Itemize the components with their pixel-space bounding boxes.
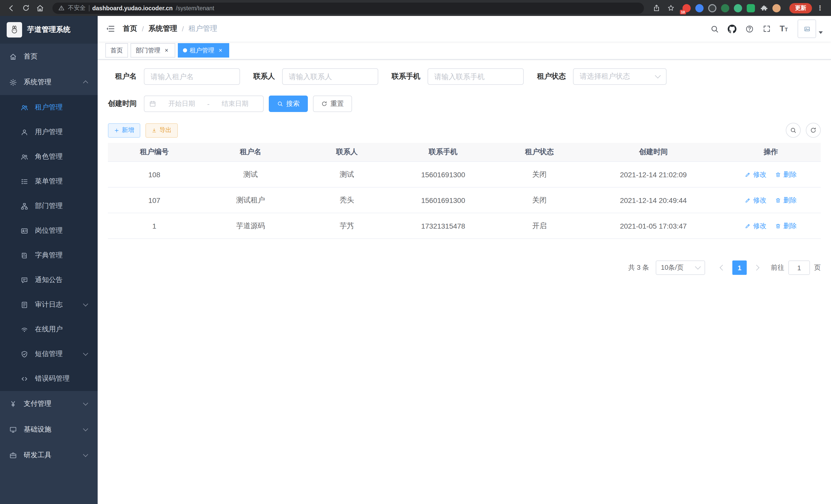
goto-page-input[interactable] [789,261,810,275]
help-icon[interactable] [745,24,754,33]
header-actions: T T [710,20,823,38]
cell-tenant-id: 108 [108,161,201,187]
tab-dept-management[interactable]: 部门管理 × [131,43,175,58]
next-page-button[interactable] [749,261,764,275]
reload-icon[interactable] [20,2,32,14]
edit-link[interactable]: 修改 [745,170,767,179]
toolbar-right [786,123,821,138]
export-button[interactable]: 导出 [145,123,178,138]
avatar[interactable] [798,20,823,38]
extension-icon-2[interactable] [695,4,704,12]
warning-icon [58,5,65,11]
sidebar-menu: 首页 系统管理 租户管理 用户管理 角色管理 [0,44,98,504]
delete-link[interactable]: 删除 [775,221,797,230]
sidebar-item-sms-management[interactable]: 短信管理 [0,342,98,366]
sidebar-logo[interactable]: 芋道管理系统 [0,16,98,44]
toggle-search-button[interactable] [786,123,801,138]
home-icon[interactable] [34,2,46,14]
browser-chrome: 不安全 dashboard.yudao.iocoder.cn /system/t… [0,0,831,16]
sidebar-item-menu-management[interactable]: 菜单管理 [0,169,98,194]
sidebar-item-home[interactable]: 首页 [0,44,98,69]
sidebar-item-infrastructure[interactable]: 基础设施 [0,417,98,442]
puzzle-extensions-icon[interactable] [760,4,768,12]
sidebar-item-online-users[interactable]: 在线用户 [0,317,98,342]
delete-link[interactable]: 删除 [775,170,797,179]
edit-link[interactable]: 修改 [745,196,767,205]
tenant-name-input[interactable] [144,68,240,85]
edit-link[interactable]: 修改 [745,221,767,230]
sidebar-item-label: 研发工具 [24,451,51,460]
chat-extension-icon[interactable] [747,4,755,12]
vue-devtools-icon[interactable] [734,4,742,12]
breadcrumb-system-management[interactable]: 系统管理 [148,24,177,33]
sidebar-item-post-management[interactable]: 岗位管理 [0,218,98,243]
sidebar-item-dev-tools[interactable]: 研发工具 [0,442,98,468]
sidebar-item-audit-log[interactable]: 审计日志 [0,292,98,317]
search-button[interactable]: 搜索 [269,95,308,112]
audit-log-doc-icon [21,301,28,308]
breadcrumb-home[interactable]: 首页 [123,24,137,33]
search-icon[interactable] [710,24,719,33]
tenant-status-select[interactable]: 请选择租户状态 [573,68,666,85]
sidebar-item-label: 字典管理 [35,251,63,260]
column-header-contact: 联系人 [300,143,393,161]
end-date-placeholder[interactable]: 结束日期 [212,99,258,109]
bookmark-star-icon[interactable] [664,2,677,14]
dictionary-book-icon [21,251,28,259]
extension-icon-1[interactable]: 10 [683,4,691,12]
share-icon[interactable] [650,2,662,14]
cell-tenant-name: 测试租户 [201,187,300,213]
tab-home[interactable]: 首页 [105,43,128,58]
close-icon[interactable]: × [217,47,224,54]
sidebar-toggle-icon[interactable] [106,24,115,33]
update-button[interactable]: 更新 [790,3,812,13]
chevron-up-icon [83,80,88,86]
table-row: 108 测试 测试 15601691300 关闭 2021-12-14 21:0… [108,161,821,187]
security-label[interactable]: 不安全 [68,4,86,12]
profile-avatar[interactable] [772,4,781,12]
sidebar-item-dict-management[interactable]: 字典管理 [0,243,98,268]
gear-icon [9,78,17,86]
cell-status: 开启 [493,213,586,239]
sidebar-item-dept-management[interactable]: 部门管理 [0,194,98,218]
goto-label: 前往 [771,263,784,272]
sidebar-item-system-management[interactable]: 系统管理 [0,69,98,95]
tabs-bar: 首页 部门管理 × 租户管理 × [98,41,831,60]
menu-kebab-icon[interactable]: ⋮ [814,4,826,12]
tab-tenant-management[interactable]: 租户管理 × [178,43,229,58]
back-icon[interactable] [5,2,18,14]
reset-button[interactable]: 重置 [313,95,352,112]
column-header-operations: 操作 [721,143,821,161]
close-icon[interactable]: × [163,47,170,54]
page-number-button[interactable]: 1 [732,261,747,275]
sidebar-item-error-code-management[interactable]: 错误码管理 [0,366,98,391]
infrastructure-monitor-icon [9,426,17,433]
extension-icon-3[interactable] [708,4,716,12]
font-small-glyph: T [785,27,788,32]
font-size-icon[interactable]: T T [780,24,788,33]
sidebar-item-payment-management[interactable]: 支付管理 [0,391,98,417]
contact-input[interactable] [282,68,378,85]
create-time-range-picker[interactable]: 开始日期 - 结束日期 [144,95,264,112]
start-date-placeholder[interactable]: 开始日期 [158,99,205,109]
url-path: /system/tenant [176,5,638,11]
sidebar-item-tenant-management[interactable]: 租户管理 [0,95,98,120]
extension-icon-4[interactable] [721,4,729,12]
github-icon[interactable] [728,24,737,33]
sidebar-item-notice[interactable]: 通知公告 [0,268,98,292]
sidebar-item-role-management[interactable]: 角色管理 [0,144,98,169]
delete-link[interactable]: 删除 [775,196,797,205]
create-time-label: 创建时间 [108,99,144,109]
phone-group: 联系手机 [392,68,524,85]
fullscreen-icon[interactable] [763,25,771,33]
sidebar-item-user-management[interactable]: 用户管理 [0,120,98,144]
refresh-table-button[interactable] [806,123,821,138]
calendar-icon [149,100,156,108]
add-button[interactable]: 新增 [108,123,140,138]
phone-input[interactable] [428,68,524,85]
address-bar[interactable]: 不安全 dashboard.yudao.iocoder.cn /system/t… [52,2,644,13]
error-code-icon [21,375,28,383]
sidebar-item-label: 支付管理 [24,399,51,409]
page-size-select[interactable]: 10条/页 [656,261,705,275]
prev-page-button[interactable] [715,261,730,275]
